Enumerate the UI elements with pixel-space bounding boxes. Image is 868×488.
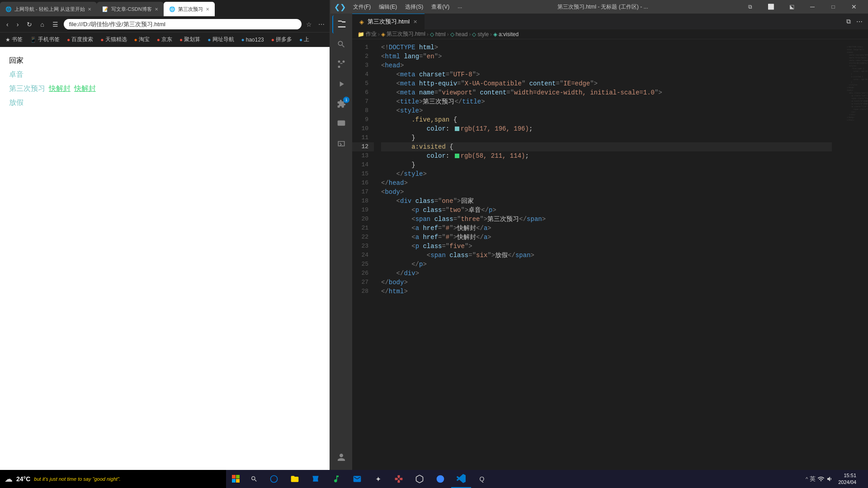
line-numbers: 1 2 3 4 5 6 7 8 9 10 11 12 13 14 15 16 1 <box>352 39 374 478</box>
preview-line3-area: 第三次预习 快解封 快解封 <box>9 84 321 94</box>
window-layout-2[interactable]: ⬜ <box>760 0 781 14</box>
bc-label-avisited[interactable]: a:visited <box>499 31 519 38</box>
home-button[interactable]: ⌂ <box>38 20 47 29</box>
address-bar[interactable] <box>64 19 302 29</box>
code-line-16: </head> <box>381 178 832 188</box>
tray-keyboard[interactable]: 英 <box>810 475 816 483</box>
bc-label-head[interactable]: head <box>456 31 468 38</box>
activity-remote[interactable] <box>332 115 350 133</box>
back-button[interactable]: ‹ <box>4 20 11 29</box>
bookmarks-button[interactable]: ☰ <box>50 20 61 29</box>
tab-csdn[interactable]: 📝 写文章-CSDN博客 ✕ <box>97 2 164 16</box>
ln-12: 12 <box>352 142 374 151</box>
start-button[interactable] <box>226 470 246 488</box>
bookmark-taobao[interactable]: ●淘宝 <box>132 35 151 44</box>
preview-link1[interactable]: 快解封 <box>49 84 71 94</box>
ln-23: 23 <box>352 242 374 251</box>
menu-file[interactable]: 文件(F) <box>349 2 374 12</box>
activity-extensions[interactable]: 1 <box>332 95 350 113</box>
editor-tab-active[interactable]: ◈ 第三次预习.html ✕ <box>352 14 425 29</box>
editor-area: ◈ 第三次预习.html ✕ ⧉ ⋯ 📁 作业 › ◈ 第三次预习.html › <box>352 14 868 488</box>
window-layout-1[interactable]: ⧉ <box>740 0 760 14</box>
taskbar-vscode[interactable] <box>451 470 471 488</box>
window-layout-3[interactable]: ⬕ <box>781 0 802 14</box>
vscode-titlebar: ❮❯ 文件(F) 编辑(E) 选择(S) 查看(V) ... 第三次预习.htm… <box>330 0 868 14</box>
bookmark-shang[interactable]: ●上 <box>297 35 311 44</box>
maximize-button[interactable]: □ <box>823 0 844 14</box>
bookmark-mobile[interactable]: 📱手机书签 <box>28 35 61 44</box>
svg-rect-4 <box>236 479 240 483</box>
minimize-button[interactable]: ─ <box>802 0 823 14</box>
taskbar-clock[interactable]: 15:51 2024/04 <box>835 472 859 486</box>
taskbar-mail[interactable] <box>347 470 367 488</box>
ln-17: 17 <box>352 188 374 197</box>
more-actions-button[interactable]: ⋯ <box>854 16 864 27</box>
preview-link2[interactable]: 快解封 <box>74 84 96 94</box>
code-content[interactable]: <!DOCTYPE html> <html lang="en"> <head> … <box>374 39 832 478</box>
activity-explorer[interactable] <box>332 15 350 33</box>
editor-right-actions: ⧉ ⋯ <box>841 16 868 27</box>
menu-edit[interactable]: 编辑(E) <box>375 2 401 12</box>
menu-select[interactable]: 选择(S) <box>401 2 427 12</box>
tab-close-editor[interactable]: ✕ <box>413 19 417 25</box>
bc-label-file[interactable]: 第三次预习.html <box>387 30 425 38</box>
code-line-10: color: rgb(117, 196, 196); <box>381 124 832 133</box>
vscode-menu: 文件(F) 编辑(E) 选择(S) 查看(V) ... <box>349 2 466 12</box>
vscode-window: ❮❯ 文件(F) 编辑(E) 选择(S) 查看(V) ... 第三次预习.htm… <box>330 0 868 488</box>
tab-close-2[interactable]: ✕ <box>155 7 158 12</box>
svg-point-5 <box>437 475 444 483</box>
tab-close-1[interactable]: ✕ <box>88 7 91 12</box>
split-editor-button[interactable]: ⧉ <box>844 16 853 27</box>
menu-more[interactable]: ... <box>454 2 466 12</box>
bookmark-tmall[interactable]: ●天猫精选 <box>99 35 128 44</box>
close-button[interactable]: ✕ <box>844 0 864 14</box>
tray-expand[interactable]: ^ <box>806 476 808 482</box>
activity-run[interactable] <box>332 75 350 93</box>
tab-preview[interactable]: 🌐 第三次预习 ✕ <box>164 2 215 16</box>
edge-icon <box>269 474 278 483</box>
taskbar-store[interactable] <box>306 470 326 488</box>
star-icon[interactable]: ☆ <box>304 19 314 30</box>
bc-sep-5: › <box>490 31 492 38</box>
search-button[interactable] <box>246 471 262 487</box>
activity-terminal[interactable] <box>332 135 350 153</box>
bookmark-pdd[interactable]: ●拼多多 <box>269 35 294 44</box>
bookmark-hao123[interactable]: ●hao123 <box>240 36 266 44</box>
taskbar-music[interactable] <box>326 470 346 488</box>
bookmark-juhua[interactable]: ●聚划算 <box>178 35 202 44</box>
taskbar-explorer[interactable] <box>285 470 305 488</box>
activity-bar: 1 1 <box>330 14 352 488</box>
bookmark-star[interactable]: ★书签 <box>4 35 24 44</box>
wifi-icon <box>817 475 825 483</box>
taskbar-game[interactable] <box>389 470 409 488</box>
activity-git[interactable] <box>332 55 350 73</box>
bookmark-baidu[interactable]: ●百度搜索 <box>65 35 95 44</box>
bc-folder[interactable]: 📁 <box>358 31 364 38</box>
activity-account[interactable] <box>332 448 350 466</box>
show-desktop[interactable] <box>861 470 864 488</box>
bc-label-work[interactable]: 作业 <box>366 30 377 38</box>
bc-label-style[interactable]: style <box>477 31 489 38</box>
taskbar-edge[interactable] <box>264 470 284 488</box>
taskbar-blue[interactable] <box>430 470 450 488</box>
tab-shang[interactable]: 🌐 上网导航 - 轻松上网 从这里开始 ✕ <box>0 2 97 16</box>
code-line-9: .five,span { <box>381 115 832 124</box>
bookmark-wangzhi[interactable]: ●网址导航 <box>206 35 236 44</box>
activity-search[interactable] <box>332 35 350 53</box>
browser-content: 回家 卓音 第三次预习 快解封 快解封 放假 <box>0 47 330 470</box>
taskbar-app-extra[interactable]: Q <box>472 470 492 488</box>
ln-25: 25 <box>352 260 374 269</box>
code-line-20: <span class="three">第三次预习</span> <box>381 215 832 224</box>
tab-close-3[interactable]: ✕ <box>206 7 209 12</box>
menu-view[interactable]: 查看(V) <box>428 2 453 12</box>
bookmark-jd[interactable]: ●京东 <box>155 35 174 44</box>
taskbar-app5[interactable]: ✦ <box>368 470 388 488</box>
store-icon <box>311 474 320 483</box>
bc-label-html[interactable]: html <box>435 31 446 38</box>
ln-4: 4 <box>352 70 374 79</box>
ln-6: 6 <box>352 88 374 97</box>
taskbar-hex[interactable] <box>410 470 429 488</box>
forward-button[interactable]: › <box>14 20 22 29</box>
reload-button[interactable]: ↻ <box>24 20 35 29</box>
more-icon[interactable]: ⋯ <box>316 19 326 30</box>
